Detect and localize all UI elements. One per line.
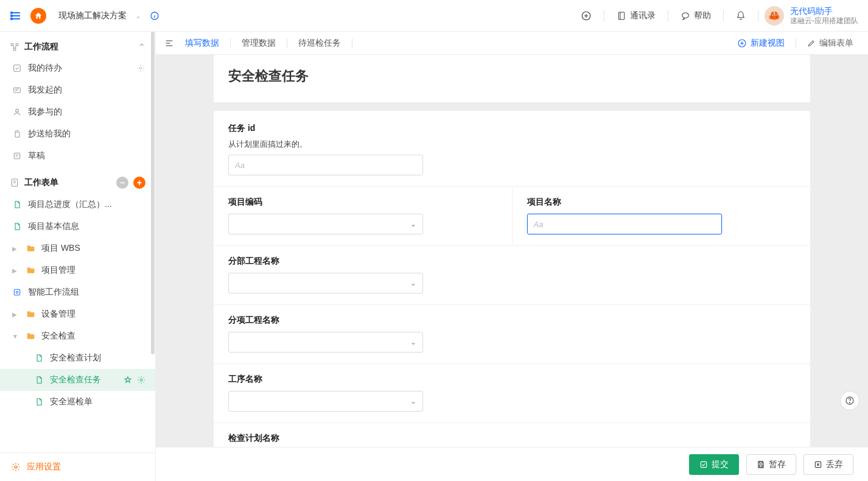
tab-manage[interactable]: 管理数据 bbox=[233, 32, 284, 54]
tab-label: 管理数据 bbox=[242, 38, 276, 49]
doc-icon bbox=[34, 354, 44, 362]
gear-icon[interactable] bbox=[136, 64, 145, 72]
sidebar-item-safety[interactable]: ▼ 安全检查 bbox=[0, 325, 155, 347]
svg-point-3 bbox=[11, 12, 12, 13]
menu-icon[interactable] bbox=[10, 10, 22, 22]
svg-rect-20 bbox=[14, 88, 21, 93]
task-id-input[interactable]: Aa bbox=[228, 155, 423, 175]
collapse-all-icon[interactable]: − bbox=[116, 177, 128, 189]
new-view-label: 新建视图 bbox=[751, 38, 785, 49]
sidebar-item-cc[interactable]: 抄送给我的 bbox=[0, 123, 155, 145]
tab-inspect[interactable]: 待巡检任务 bbox=[290, 32, 349, 54]
field-label-sub-proj: 分部工程名称 bbox=[228, 256, 796, 267]
chevron-down-icon: ⌄ bbox=[410, 220, 416, 228]
chevron-up-icon: ⌃ bbox=[138, 42, 145, 52]
sidebar-item-overview[interactable]: 项目总进度（汇总）... bbox=[0, 194, 155, 216]
sidebar-item-smart[interactable]: 智能工作流组 bbox=[0, 281, 155, 303]
divider bbox=[668, 10, 668, 21]
info-icon[interactable] bbox=[150, 11, 159, 21]
sidebar-item-label: 安全巡检单 bbox=[50, 396, 93, 407]
svg-point-30 bbox=[15, 466, 17, 468]
proj-name-input[interactable]: Aa bbox=[527, 214, 722, 234]
sidebar-item-label: 项目管理 bbox=[41, 265, 75, 276]
sidebar-item-started[interactable]: 我发起的 bbox=[0, 79, 155, 101]
svg-point-19 bbox=[139, 67, 142, 69]
help-float-button[interactable] bbox=[840, 391, 859, 410]
tab-fill[interactable]: 填写数据 bbox=[177, 32, 228, 54]
contacts-label: 通讯录 bbox=[630, 10, 656, 21]
add-icon[interactable] bbox=[575, 8, 598, 24]
help-button[interactable]: 帮助 bbox=[674, 8, 717, 24]
proj-code-select[interactable]: ⌄ bbox=[228, 214, 423, 234]
tab-label: 填写数据 bbox=[185, 38, 219, 49]
sidebar-group-forms[interactable]: 工作表单 − + bbox=[0, 172, 155, 194]
app-dropdown-icon[interactable]: ⌄ bbox=[135, 12, 141, 20]
sidebar-item-label: 智能工作流组 bbox=[28, 287, 79, 298]
copy-icon bbox=[12, 130, 22, 138]
form-title: 安全检查任务 bbox=[214, 55, 810, 102]
user-sub: 速融云-应用搭建团队 bbox=[790, 16, 858, 25]
contacts-button[interactable]: 通讯录 bbox=[611, 8, 662, 24]
sidebar-scrollbar[interactable] bbox=[150, 32, 155, 481]
workflow-icon bbox=[10, 42, 19, 52]
sidebar-item-wbs[interactable]: ▶ 项目 WBS bbox=[0, 237, 155, 259]
field-label-plan-name: 检查计划名称 bbox=[228, 433, 796, 444]
sidebar-item-safety-patrol[interactable]: 安全巡检单 bbox=[0, 391, 155, 413]
user-block[interactable]: 无代码助手 速融云-应用搭建团队 bbox=[790, 6, 858, 25]
svg-point-29 bbox=[140, 379, 142, 381]
sidebar-group-workflow[interactable]: 工作流程 ⌃ bbox=[0, 37, 155, 57]
item-proj-select[interactable]: ⌄ bbox=[228, 332, 423, 353]
app-settings-button[interactable]: 应用设置 bbox=[0, 452, 155, 481]
collapse-sidebar-icon[interactable] bbox=[164, 38, 174, 48]
divider bbox=[287, 38, 287, 48]
sidebar-item-safety-plan[interactable]: 安全检查计划 bbox=[0, 347, 155, 369]
doc-icon bbox=[12, 200, 22, 209]
divider bbox=[230, 38, 231, 48]
svg-point-14 bbox=[682, 13, 689, 18]
edit-form-button[interactable]: 编辑表单 bbox=[801, 38, 859, 49]
save-label: 暂存 bbox=[769, 459, 786, 470]
discard-label: 丢弃 bbox=[826, 459, 843, 470]
folder-icon bbox=[26, 310, 35, 318]
field-desc-task-id: 从计划里面搞过来的。 bbox=[228, 139, 796, 150]
smart-icon bbox=[12, 288, 22, 297]
new-view-button[interactable]: 新建视图 bbox=[731, 38, 791, 49]
field-label-task-id: 任务 id bbox=[228, 123, 796, 134]
add-form-icon[interactable]: + bbox=[133, 177, 145, 189]
field-label-process: 工序名称 bbox=[228, 374, 796, 385]
process-select[interactable]: ⌄ bbox=[228, 391, 423, 412]
home-icon[interactable] bbox=[30, 8, 46, 24]
save-icon bbox=[757, 460, 765, 469]
sidebar-item-label: 设备管理 bbox=[41, 309, 75, 320]
svg-rect-18 bbox=[14, 65, 21, 72]
sidebar-item-participate[interactable]: 我参与的 bbox=[0, 101, 155, 123]
svg-point-17 bbox=[13, 48, 16, 51]
sidebar-item-todo[interactable]: 我的待办 bbox=[0, 57, 155, 79]
user-name: 无代码助手 bbox=[790, 6, 858, 16]
sidebar-item-mgmt[interactable]: ▶ 项目管理 bbox=[0, 259, 155, 281]
avatar[interactable]: 🦀 bbox=[765, 6, 784, 26]
chevron-down-icon: ⌄ bbox=[410, 397, 416, 406]
forms-icon bbox=[10, 178, 19, 188]
sidebar-item-draft[interactable]: 草稿 bbox=[0, 145, 155, 167]
divider bbox=[796, 38, 796, 48]
sidebar-item-basic[interactable]: 项目基本信息 bbox=[0, 216, 155, 237]
check-square-icon bbox=[12, 64, 22, 72]
sidebar-item-safety-task[interactable]: 安全检查任务 bbox=[0, 369, 155, 391]
submit-button[interactable]: 提交 bbox=[689, 454, 739, 475]
help-label: 帮助 bbox=[694, 10, 711, 21]
divider bbox=[604, 10, 604, 21]
field-label-proj-name: 项目名称 bbox=[527, 197, 796, 208]
svg-rect-12 bbox=[618, 12, 624, 19]
bell-icon[interactable] bbox=[730, 9, 752, 23]
sub-proj-select[interactable]: ⌄ bbox=[228, 273, 423, 293]
discard-button[interactable]: 丢弃 bbox=[803, 454, 853, 475]
folder-icon bbox=[26, 332, 35, 340]
sidebar-item-label: 安全检查任务 bbox=[50, 374, 101, 385]
star-icon[interactable] bbox=[124, 376, 132, 384]
save-button[interactable]: 暂存 bbox=[746, 454, 796, 475]
chevron-down-icon: ⌄ bbox=[410, 279, 416, 287]
gear-icon[interactable] bbox=[137, 376, 145, 384]
folder-icon bbox=[26, 266, 35, 275]
sidebar-item-device[interactable]: ▶ 设备管理 bbox=[0, 303, 155, 325]
